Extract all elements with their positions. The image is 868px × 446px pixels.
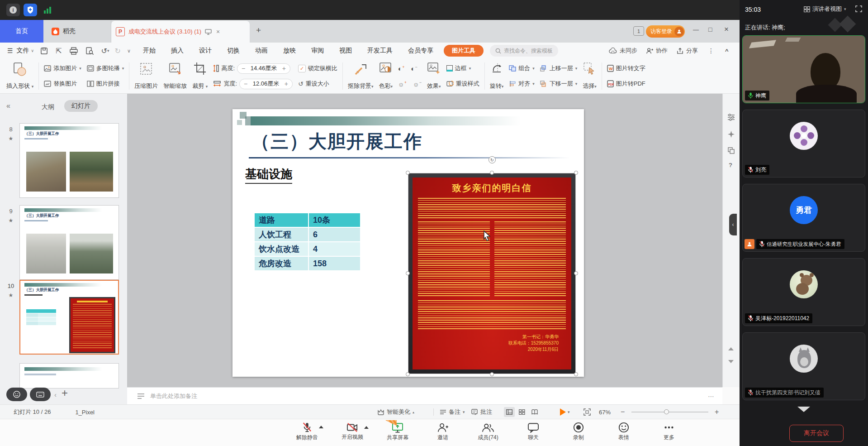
participant-tile[interactable]: 抗干扰第四支部书记刘又僖 bbox=[742, 332, 865, 400]
fit-slide-icon[interactable] bbox=[583, 408, 591, 416]
image-to-text-button[interactable]: W 图片转文字 bbox=[607, 62, 645, 75]
resize-handle[interactable] bbox=[406, 171, 410, 175]
decrease-contrast-button[interactable]: ◐− bbox=[411, 65, 417, 72]
share-icon[interactable] bbox=[677, 48, 683, 54]
resize-handle[interactable] bbox=[490, 171, 494, 175]
send-backward-button[interactable]: 下移一层▾ bbox=[540, 77, 578, 91]
height-stepper[interactable]: − 14.46厘米 + bbox=[237, 63, 290, 74]
zoom-slider-handle[interactable] bbox=[664, 409, 669, 414]
zoom-slider-track[interactable] bbox=[631, 412, 708, 412]
resize-handle[interactable] bbox=[574, 271, 578, 275]
increase-contrast-button[interactable]: ◐+ bbox=[398, 65, 404, 72]
smart-zoom-button[interactable]: 智能缩放 bbox=[161, 61, 190, 91]
crop-button[interactable]: 裁剪 ▾ bbox=[190, 61, 210, 91]
scroll-participants-down-icon[interactable] bbox=[797, 407, 810, 412]
menu-transition[interactable]: 切换 bbox=[219, 43, 247, 59]
resize-handle[interactable] bbox=[406, 372, 410, 376]
effects-button[interactable]: 效果▾ bbox=[424, 61, 444, 91]
share-screen-tab-icon[interactable] bbox=[205, 29, 212, 35]
guest-login-button[interactable]: 访客登录 bbox=[646, 25, 685, 38]
rotate-handle[interactable]: ↻ bbox=[489, 156, 496, 163]
participant-tile[interactable]: 刘亮 bbox=[742, 110, 865, 177]
collapse-sidebar-tab[interactable]: ‹ bbox=[729, 214, 737, 235]
increase-icon[interactable]: + bbox=[285, 80, 288, 87]
collapse-quick-chevron[interactable]: ‹ bbox=[54, 391, 57, 398]
resize-handle[interactable] bbox=[574, 171, 578, 175]
kebab-menu-icon[interactable]: ⋮ bbox=[708, 47, 714, 54]
decrease-brightness-button[interactable]: ☼− bbox=[413, 80, 422, 88]
close-tab-icon[interactable]: × bbox=[216, 28, 220, 35]
print-icon[interactable] bbox=[70, 47, 78, 55]
editor-canvas[interactable]: （三）大胆开展工作 基础设施 道路 10条 人饮工程 6 饮水点改造 4 危房改… bbox=[127, 94, 722, 387]
beautify-sparkle-icon[interactable] bbox=[728, 131, 735, 138]
menu-start[interactable]: 开始 bbox=[135, 43, 163, 59]
decrease-icon[interactable]: − bbox=[244, 80, 247, 87]
view-mode-selector[interactable]: 演讲者视图 ▾ bbox=[804, 5, 846, 13]
width-value[interactable]: 12.06厘米 bbox=[253, 80, 280, 88]
export-icon[interactable]: ⇱ bbox=[56, 47, 62, 55]
share-screen-button[interactable]: 共享屏幕 bbox=[375, 422, 420, 441]
image-to-pdf-button[interactable]: PDF 图片转PDF bbox=[607, 77, 645, 91]
facilities-table[interactable]: 道路 10条 人饮工程 6 饮水点改造 4 危房改造 158 bbox=[255, 213, 360, 270]
object-properties-icon[interactable] bbox=[727, 114, 735, 121]
undo-icon[interactable]: ↺ bbox=[101, 47, 107, 55]
panels-icon[interactable] bbox=[728, 147, 735, 154]
window-maximize-button[interactable]: □ bbox=[708, 26, 712, 33]
tab-docer[interactable]: 稻壳 bbox=[43, 20, 111, 43]
help-icon[interactable]: ? bbox=[729, 162, 732, 168]
participant-tile[interactable]: 吴泽标-201922011042 bbox=[742, 258, 865, 326]
unmute-button[interactable]: 解除静音 bbox=[285, 422, 330, 441]
comments-button[interactable]: 批注 bbox=[471, 408, 492, 416]
resize-handle[interactable] bbox=[574, 372, 578, 376]
collaborate-label[interactable]: 协作 bbox=[656, 47, 668, 55]
menu-review[interactable]: 审阅 bbox=[304, 43, 332, 59]
menu-member[interactable]: 会员专享 bbox=[400, 43, 441, 59]
image-stitch-button[interactable]: 图片拼接 bbox=[87, 77, 124, 91]
new-tab-button[interactable]: + bbox=[256, 25, 261, 35]
shield-icon[interactable] bbox=[24, 4, 37, 16]
slide-8-thumbnail[interactable]: （三）大胆开展工作 bbox=[19, 123, 119, 198]
add-image-button[interactable]: 添加图片▾ bbox=[44, 62, 81, 75]
multi-image-carousel-button[interactable]: 多图轮播▾ bbox=[87, 62, 124, 75]
collapse-ribbon-icon[interactable]: ^ bbox=[725, 48, 729, 54]
record-button[interactable]: 录制 bbox=[556, 422, 601, 441]
poster-image[interactable]: 致乡亲们的明白信 第一书记：华勇华 联系电话：15295855370 2020年… bbox=[408, 173, 576, 374]
menu-devtools[interactable]: 开发工具 bbox=[360, 43, 400, 59]
scroll-down-icon[interactable] bbox=[728, 360, 734, 363]
tab-document[interactable]: P 成电交流线上会议 (3.10) (1) × bbox=[111, 21, 250, 43]
slide-sorter-view-button[interactable] bbox=[517, 407, 527, 417]
members-button[interactable]: 成员(74) bbox=[465, 422, 511, 441]
zoom-in-button[interactable]: + bbox=[715, 408, 719, 416]
slide-subtitle[interactable]: 基础设施 bbox=[245, 166, 292, 184]
decrease-icon[interactable]: − bbox=[242, 65, 245, 72]
align-button[interactable]: 对齐▾ bbox=[509, 77, 535, 91]
window-minimize-button[interactable]: — bbox=[693, 26, 699, 33]
zoom-out-button[interactable]: − bbox=[621, 408, 625, 416]
menu-animation[interactable]: 动画 bbox=[247, 43, 275, 59]
tab-home[interactable]: 首页 bbox=[0, 20, 43, 43]
more-button[interactable]: 更多 bbox=[646, 422, 692, 441]
increase-icon[interactable]: + bbox=[282, 65, 286, 72]
menu-file[interactable]: 文件 bbox=[13, 43, 31, 59]
border-button[interactable]: 边框▾ bbox=[446, 62, 479, 75]
notes-more-icon[interactable]: ⋯ bbox=[708, 393, 715, 400]
menu-slideshow[interactable]: 放映 bbox=[275, 43, 304, 59]
slide-title[interactable]: （三）大胆开展工作 bbox=[251, 129, 422, 154]
collaborate-icon[interactable] bbox=[646, 48, 653, 54]
leave-meeting-button[interactable]: 离开会议 bbox=[789, 425, 844, 442]
info-icon[interactable]: i bbox=[6, 4, 20, 16]
reading-view-button[interactable] bbox=[529, 407, 540, 417]
keyboard-quick-button[interactable] bbox=[30, 388, 51, 401]
menu-design[interactable]: 设计 bbox=[191, 43, 219, 59]
chevron-down-icon[interactable]: ▾ bbox=[107, 48, 109, 53]
group-button[interactable]: 组合▾ bbox=[509, 62, 535, 75]
save-icon[interactable] bbox=[40, 47, 48, 55]
participant-video-tile[interactable]: 神鹰 bbox=[742, 35, 865, 103]
animation-star-icon[interactable]: ★ bbox=[5, 135, 16, 142]
stats-icon[interactable] bbox=[41, 4, 54, 16]
caret-up-icon[interactable] bbox=[364, 426, 369, 429]
compress-image-button[interactable]: 压缩图片 bbox=[132, 61, 161, 91]
resize-handle[interactable] bbox=[490, 372, 494, 376]
resize-handle[interactable] bbox=[406, 271, 410, 275]
notes-bar[interactable]: 单击此处添加备注 ⋯ bbox=[127, 387, 722, 405]
